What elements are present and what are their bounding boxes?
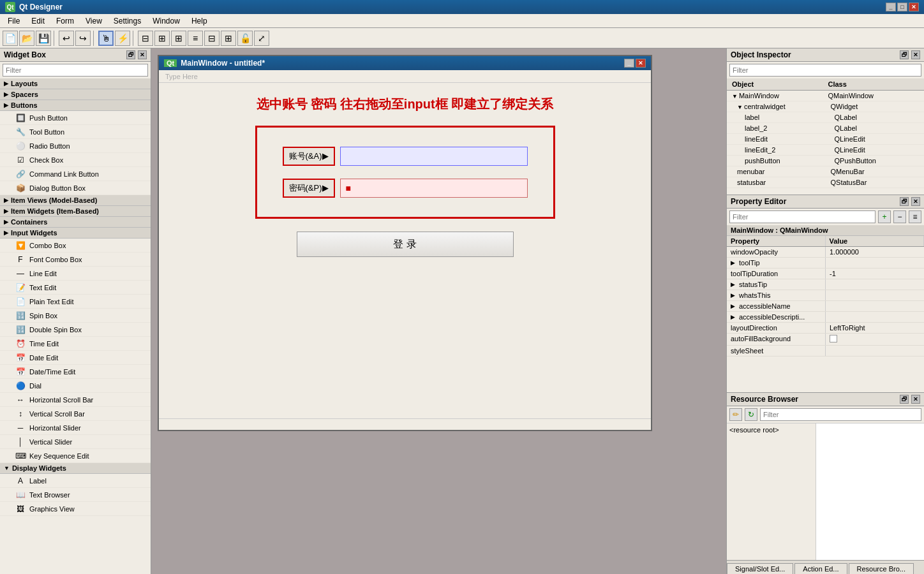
menu-window[interactable]: Window	[147, 15, 185, 27]
widget-v-scroll-bar[interactable]: ↕ Vertical Scroll Bar	[0, 407, 151, 421]
property-add-btn[interactable]: +	[878, 210, 891, 223]
minimize-button[interactable]: _	[886, 3, 896, 11]
obj-row-menubar[interactable]: menubar QMenuBar	[727, 166, 924, 177]
undo-button[interactable]: ↩	[59, 31, 74, 46]
login-button[interactable]: 登 录	[297, 232, 514, 257]
widget-graphics-view[interactable]: 🖼 Graphics View	[0, 502, 151, 516]
category-layouts[interactable]: ▶ Layouts	[0, 78, 151, 89]
prop-row-accessible-name[interactable]: ▶accessibleName	[727, 301, 924, 312]
widget-datetime-edit[interactable]: 📅 Date/Time Edit	[0, 365, 151, 379]
maximize-button[interactable]: □	[897, 3, 907, 11]
prop-row-whats-this[interactable]: ▶whatsThis	[727, 290, 924, 301]
widget-spin-box[interactable]: 🔢 Spin Box	[0, 309, 151, 323]
menu-view[interactable]: View	[80, 15, 107, 27]
category-display-widgets[interactable]: ▼ Display Widgets	[0, 463, 151, 474]
layout-form-button[interactable]: ≡	[188, 31, 203, 46]
redo-button[interactable]: ↪	[75, 31, 91, 46]
widget-tool-button[interactable]: 🔧 Tool Button	[0, 125, 151, 139]
obj-row-centralwidget[interactable]: ▼centralwidget QWidget	[727, 101, 924, 112]
widget-radio-button[interactable]: ⚪ Radio Button	[0, 139, 151, 153]
obj-row-pushbutton[interactable]: pushButton QPushButton	[727, 156, 924, 166]
username-input[interactable]	[340, 147, 528, 166]
category-item-widgets[interactable]: ▶ Item Widgets (Item-Based)	[0, 206, 151, 217]
layout-splitter-h-button[interactable]: ⊟	[204, 31, 220, 46]
layout-h-button[interactable]: ⊟	[138, 31, 153, 46]
prop-row-window-opacity[interactable]: windowOpacity 1.000000	[727, 247, 924, 258]
prop-row-tooltip-duration[interactable]: toolTipDuration -1	[727, 269, 924, 279]
widget-command-link-button[interactable]: 🔗 Command Link Button	[0, 167, 151, 181]
prop-row-stylesheet[interactable]: styleSheet	[727, 346, 924, 357]
mw-menu-placeholder[interactable]: Type Here	[161, 71, 202, 82]
adjust-size-button[interactable]: ⤢	[254, 31, 269, 46]
resource-browser-close-btn[interactable]: ✕	[911, 395, 920, 404]
break-layout-button[interactable]: 🔓	[237, 31, 253, 46]
widget-dialog-button-box[interactable]: 📦 Dialog Button Box	[0, 181, 151, 195]
mw-minimize-button[interactable]: _	[624, 59, 634, 68]
widget-line-edit[interactable]: — Line Edit	[0, 267, 151, 281]
widget-text-browser[interactable]: 📖 Text Browser	[0, 488, 151, 502]
category-containers[interactable]: ▶ Containers	[0, 217, 151, 228]
resource-browser-restore-btn[interactable]: 🗗	[900, 395, 909, 404]
save-button[interactable]: 💾	[36, 31, 51, 46]
pointer-button[interactable]: 🖱	[98, 31, 114, 46]
widget-label[interactable]: A Label	[0, 474, 151, 488]
prop-row-tooltip[interactable]: ▶toolTip	[727, 258, 924, 269]
obj-row-lineedit[interactable]: lineEdit QLineEdit	[727, 134, 924, 145]
widget-date-edit[interactable]: 📅 Date Edit	[0, 351, 151, 365]
category-input-widgets[interactable]: ▶ Input Widgets	[0, 228, 151, 239]
prop-row-accessible-desc[interactable]: ▶accessibleDescripti...	[727, 312, 924, 323]
resource-reload-btn[interactable]: ↻	[745, 408, 757, 421]
widget-h-slider[interactable]: ─ Horizontal Slider	[0, 421, 151, 435]
category-spacers[interactable]: ▶ Spacers	[0, 89, 151, 100]
property-filter-input[interactable]	[729, 210, 876, 223]
layout-splitter-v-button[interactable]: ⊞	[221, 31, 236, 46]
new-button[interactable]: 📄	[3, 31, 18, 46]
object-inspector-close-btn[interactable]: ✕	[911, 50, 920, 59]
widget-double-spin-box[interactable]: 🔢 Double Spin Box	[0, 323, 151, 337]
obj-row-label2[interactable]: label_2 QLabel	[727, 123, 924, 134]
menu-form[interactable]: Form	[51, 15, 79, 27]
prop-row-status-tip[interactable]: ▶statusTip	[727, 279, 924, 290]
object-inspector-restore-btn[interactable]: 🗗	[900, 50, 909, 59]
menu-settings[interactable]: Settings	[108, 15, 146, 27]
menu-help[interactable]: Help	[186, 15, 212, 27]
resource-edit-btn[interactable]: ✏	[729, 408, 742, 421]
resource-filter-input[interactable]	[760, 408, 921, 421]
layout-v-button[interactable]: ⊞	[154, 31, 170, 46]
menu-edit[interactable]: Edit	[26, 15, 50, 27]
menu-file[interactable]: File	[3, 15, 25, 27]
obj-row-lineedit2[interactable]: lineEdit_2 QLineEdit	[727, 145, 924, 156]
autofill-bg-checkbox[interactable]	[830, 335, 837, 342]
widget-push-button[interactable]: 🔲 Push Button	[0, 111, 151, 125]
tab-action-editor[interactable]: Action Ed...	[794, 563, 847, 574]
tab-signal-slot-editor[interactable]: Signal/Slot Ed...	[727, 563, 793, 574]
tab-resource-browser[interactable]: Resource Bro...	[849, 563, 914, 574]
widget-font-combo-box[interactable]: F Font Combo Box	[0, 253, 151, 267]
obj-row-statusbar[interactable]: statusbar QStatusBar	[727, 177, 924, 188]
widget-box-restore-button[interactable]: 🗗	[126, 50, 135, 59]
widget-time-edit[interactable]: ⏰ Time Edit	[0, 337, 151, 351]
widget-dial[interactable]: 🔵 Dial	[0, 379, 151, 393]
property-remove-btn[interactable]: −	[893, 210, 906, 223]
close-button[interactable]: ✕	[909, 3, 919, 11]
password-input-container[interactable]: ■	[340, 179, 528, 198]
property-config-btn[interactable]: ≡	[909, 210, 921, 223]
widget-h-scroll-bar[interactable]: ↔ Horizontal Scroll Bar	[0, 393, 151, 407]
property-editor-restore-btn[interactable]: 🗗	[900, 197, 909, 206]
prop-row-layout-direction[interactable]: layoutDirection LeftToRight	[727, 323, 924, 334]
widget-key-seq-edit[interactable]: ⌨ Key Sequence Edit	[0, 449, 151, 463]
widget-check-box[interactable]: ☑ Check Box	[0, 153, 151, 167]
open-button[interactable]: 📂	[19, 31, 34, 46]
layout-grid-button[interactable]: ⊞	[171, 31, 186, 46]
obj-row-mainwindow[interactable]: ▼MainWindow QMainWindow	[727, 91, 924, 101]
connect-button[interactable]: ⚡	[115, 31, 130, 46]
category-item-views[interactable]: ▶ Item Views (Model-Based)	[0, 195, 151, 206]
category-buttons[interactable]: ▶ Buttons	[0, 100, 151, 111]
object-inspector-filter-input[interactable]	[729, 64, 921, 77]
widget-text-edit[interactable]: 📝 Text Edit	[0, 281, 151, 295]
widget-combo-box[interactable]: 🔽 Combo Box	[0, 239, 151, 253]
widget-box-close-button[interactable]: ✕	[138, 50, 147, 59]
widget-plain-text-edit[interactable]: 📄 Plain Text Edit	[0, 295, 151, 309]
widget-v-slider[interactable]: │ Vertical Slider	[0, 435, 151, 449]
widget-box-filter-input[interactable]	[3, 64, 148, 77]
